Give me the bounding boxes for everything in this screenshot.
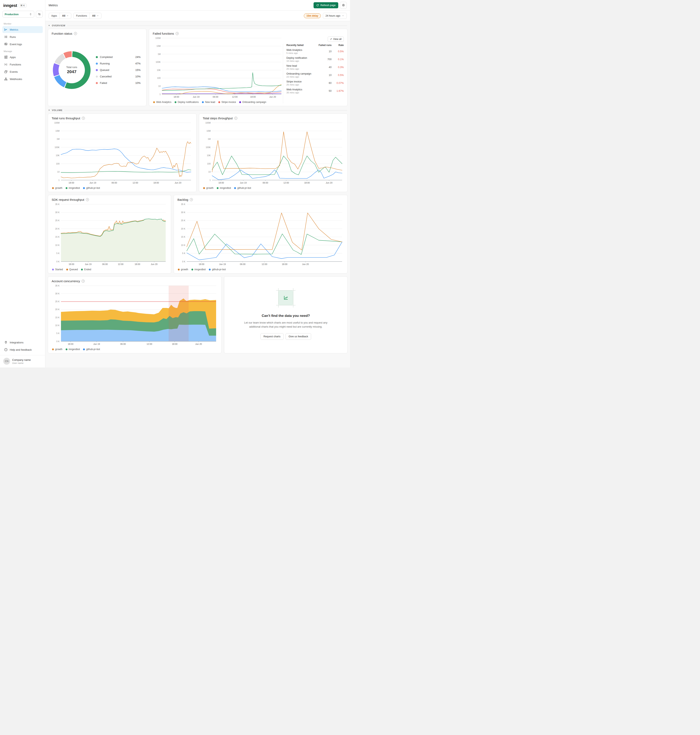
environment-select[interactable]: Production [3, 11, 34, 18]
request-charts-button[interactable]: Request charts [260, 333, 284, 340]
collapse-triangle-icon: ▼ [48, 109, 50, 111]
svg-text:Jun 19: Jun 19 [85, 263, 91, 265]
table-row[interactable]: Deploy notification10 mins ago7000.1% [287, 56, 344, 62]
svg-text:12:00: 12:00 [132, 181, 138, 184]
help-icon[interactable]: ? [190, 198, 193, 201]
sidebar-item-integrations[interactable]: Integrations [3, 339, 43, 346]
sidebar-item-event-logs[interactable]: Event logs [3, 41, 43, 48]
sidebar-item-webhooks[interactable]: Webhooks [3, 75, 43, 82]
overview-section-header[interactable]: ▼ OVERVIEW [48, 24, 347, 27]
help-icon[interactable]: ? [176, 32, 179, 35]
sidebar-item-label: Functions [10, 63, 21, 66]
sidebar-item-apps[interactable]: Apps [3, 54, 43, 60]
nav-section-monitor: Monitor [3, 21, 43, 26]
svg-text:15 K: 15 K [55, 316, 60, 319]
help-icon[interactable]: ? [74, 32, 77, 35]
legend-item: Deploy notifications [175, 101, 199, 103]
view-all-button[interactable]: ↗View all [328, 37, 344, 42]
svg-text:18:00: 18:00 [135, 263, 140, 265]
table-row[interactable]: Web Analytics35 mins ago501.67% [287, 88, 344, 94]
svg-text:12:00: 12:00 [262, 263, 268, 265]
svg-text:1: 1 [209, 179, 211, 181]
plug-icon [4, 340, 8, 344]
functions-filter-value[interactable]: All [90, 13, 101, 19]
svg-text:Jun 20: Jun 20 [269, 96, 276, 98]
command-k-shortcut[interactable]: ⌘ K [19, 4, 26, 7]
svg-text:100K: 100K [156, 61, 160, 63]
svg-text:18:00: 18:00 [174, 96, 179, 98]
functions-filter[interactable]: Functions All [74, 13, 101, 19]
environment-filter-button[interactable] [36, 11, 43, 18]
svg-text:18:00: 18:00 [172, 343, 178, 345]
app-window: inngest ⌘ K Production Monitor Metrics R… [0, 0, 350, 367]
volume-section-header[interactable]: ▼ VOLUME [48, 109, 347, 111]
apps-filter-value[interactable]: All [60, 13, 71, 19]
sidebar-item-label: Metrics [10, 28, 18, 31]
help-icon[interactable]: ? [86, 198, 89, 201]
runs-list-icon [4, 35, 8, 39]
request-charts-card: Can’t find the data you need? Let our te… [224, 276, 347, 354]
table-row[interactable]: Onboarding campaign22 mins ago100.5% [287, 72, 344, 78]
total-steps-throughput-card: Total steps throughput? 100M10M1M100K10K… [199, 113, 347, 192]
cta-title: Can’t find the data you need? [262, 314, 310, 318]
time-range-select[interactable]: 24 hours ago [323, 13, 347, 19]
cta-body: Let our team know which charts are most … [238, 321, 333, 329]
refresh-icon [316, 4, 319, 7]
svg-text:1M: 1M [157, 53, 160, 55]
legend-item: Stripe invoice [218, 101, 236, 103]
user-name: User name [12, 362, 31, 364]
table-row[interactable]: Stripe invoice25 mins ago600.07% [287, 80, 344, 86]
card-title: Backlog [178, 198, 188, 201]
svg-text:1M: 1M [56, 138, 60, 140]
environment-select-value: Production [4, 13, 19, 16]
table-row[interactable]: Web Analytics5 mins ago100.5% [287, 49, 344, 54]
apps-filter[interactable]: Apps All [49, 13, 71, 19]
settings-button[interactable] [340, 2, 347, 9]
svg-text:100M: 100M [205, 122, 211, 124]
help-icon[interactable]: ? [82, 280, 85, 283]
svg-text:18:00: 18:00 [304, 181, 310, 184]
sidebar-item-functions[interactable]: Functions [3, 61, 43, 68]
svg-text:0 K: 0 K [56, 340, 60, 343]
account-concurrency-card: Account concurrency? 35 K30 K25 K20 K15 … [48, 276, 222, 354]
apps-filter-label: Apps [49, 13, 60, 19]
content-area: ▼ OVERVIEW Function status ? Total [46, 21, 350, 367]
svg-text:06:00: 06:00 [112, 181, 117, 184]
svg-text:10K: 10K [56, 154, 60, 157]
svg-text:10: 10 [208, 171, 211, 173]
account-switcher[interactable]: CN Company name User name [3, 355, 43, 365]
sidebar-item-label: Events [10, 70, 18, 73]
svg-text:100K: 100K [206, 146, 211, 149]
company-name: Company name [12, 358, 31, 361]
svg-text:5 K: 5 K [56, 252, 60, 255]
sidebar-item-help-feedback[interactable]: ? Help and feedback [3, 346, 43, 353]
svg-text:18:00: 18:00 [69, 263, 74, 265]
sdk-request-throughput-card: SDK request throughput? 35 K30 K25 K20 K… [48, 195, 171, 274]
table-row[interactable]: New lead20 mins ago400.3% [287, 65, 344, 70]
svg-text:25 K: 25 K [55, 219, 60, 222]
svg-text:100: 100 [207, 162, 211, 165]
svg-text:10: 10 [57, 171, 60, 173]
svg-text:10M: 10M [56, 130, 60, 132]
recently-failed-table: Recently failed Failed runs Rate Web Ana… [283, 44, 344, 103]
svg-text:10 K: 10 K [55, 324, 60, 327]
sidebar-item-runs[interactable]: Runs [3, 34, 43, 40]
svg-text:Jun 19: Jun 19 [219, 263, 226, 265]
legend-item: Onboarding campaign [239, 101, 266, 103]
svg-text:15 K: 15 K [55, 236, 60, 238]
sidebar-item-events[interactable]: Events [3, 68, 43, 75]
refresh-page-button[interactable]: Refresh page [313, 2, 338, 8]
svg-text:20 K: 20 K [181, 227, 185, 230]
svg-text:5 K: 5 K [182, 252, 185, 255]
svg-text:10 K: 10 K [181, 244, 185, 246]
help-icon[interactable]: ? [82, 117, 85, 120]
backlog-card: Backlog? 35 K30 K25 K20 K15 K10 K5 K0 K1… [174, 195, 347, 274]
card-title: Function status [51, 32, 72, 35]
sidebar-item-metrics[interactable]: Metrics [3, 26, 43, 33]
svg-text:06:00: 06:00 [213, 96, 218, 98]
time-range-value: 24 hours ago [325, 15, 340, 17]
give-feedback-button[interactable]: Give us feedback [285, 333, 311, 340]
backlog-chart: 35 K30 K25 K20 K15 K10 K5 K0 K18:00Jun 1… [178, 203, 344, 267]
help-icon[interactable]: ? [234, 117, 237, 120]
webhooks-icon [4, 77, 8, 81]
